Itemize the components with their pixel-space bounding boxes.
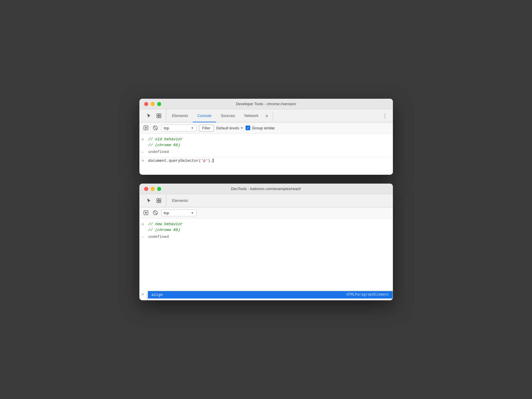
context-arrow-icon-2: ▼	[191, 211, 194, 215]
autocomplete-item-align[interactable]: align HTMLParagraphElement	[148, 291, 393, 299]
inspect-icon[interactable]	[155, 112, 163, 120]
group-similar-checkbox[interactable]: ✓	[246, 126, 250, 130]
console-prompt-2: >	[142, 292, 146, 297]
close-button-1[interactable]	[144, 102, 148, 106]
tab-console-1[interactable]: Console	[193, 109, 216, 122]
svg-rect-8	[157, 199, 159, 200]
minimize-button-2[interactable]	[151, 187, 155, 191]
console-input-text-1[interactable]: document.querySelector('p').	[148, 159, 213, 163]
svg-marker-13	[145, 212, 147, 214]
autocomplete-area	[193, 194, 391, 207]
execute-icon-2[interactable]	[142, 209, 149, 216]
tab-elements-2[interactable]: Elements	[167, 194, 193, 207]
devtools-window-1: Developer Tools - chrome://version/ Elem…	[139, 99, 393, 175]
tab-bar-1: Elements Console Sources Network » ⋮	[139, 109, 393, 123]
devtools-menu-1[interactable]: ⋮	[379, 109, 391, 122]
group-similar-1[interactable]: ✓ Group similar	[246, 126, 275, 130]
close-button-2[interactable]	[144, 187, 148, 191]
window-controls-1	[144, 102, 161, 106]
console-entry-2: > // new behavior// (chrome 68)	[139, 221, 393, 233]
context-selector-1[interactable]: top ▼	[161, 125, 197, 131]
return-arrow-1: ←	[142, 149, 146, 155]
tab-sources-1[interactable]: Sources	[216, 109, 240, 122]
tab-icons-1	[142, 109, 166, 122]
execute-icon[interactable]	[142, 124, 149, 131]
autocomplete-dropdown: align HTMLParagraphElement constructor a…	[148, 291, 393, 300]
devtools-window-2: DevTools - todomvc.com/examples/react/ E…	[139, 184, 393, 300]
console-undefined-2: undefined	[148, 234, 169, 240]
console-code-2: // new behavior// (chrome 68)	[148, 221, 183, 233]
autocomplete-item-constructor[interactable]: constructor	[148, 299, 393, 300]
clear-icon-2[interactable]	[152, 209, 159, 216]
maximize-button-1[interactable]	[157, 102, 161, 106]
tab-icons-2	[142, 194, 166, 207]
svg-marker-5	[145, 127, 147, 129]
title-bar-1: Developer Tools - chrome://version/	[139, 99, 393, 109]
console-entry-1: > // old behavior// (chrome 66)	[139, 136, 393, 149]
console-undefined-1: undefined	[148, 149, 169, 155]
svg-rect-2	[157, 116, 159, 118]
svg-rect-1	[159, 114, 161, 116]
window-title-2: DevTools - todomvc.com/examples/react/	[231, 187, 301, 191]
console-code-1: // old behavior// (chrome 66)	[148, 136, 183, 148]
levels-arrow-icon: ▼	[240, 126, 243, 130]
return-arrow-2: ←	[142, 234, 146, 240]
default-levels-1[interactable]: Default levels ▼	[216, 126, 243, 130]
inspect-icon-2[interactable]	[155, 197, 163, 205]
title-bar-2: DevTools - todomvc.com/examples/react/	[139, 184, 393, 194]
svg-line-15	[154, 211, 157, 215]
svg-rect-3	[159, 116, 161, 118]
more-tabs-icon-1[interactable]: »	[263, 109, 271, 122]
console-return-2: ← undefined	[139, 233, 393, 241]
tab-network-1[interactable]: Network	[240, 109, 263, 122]
window-controls-2	[144, 187, 161, 191]
svg-rect-0	[157, 114, 159, 116]
console-prompt-1: >	[142, 159, 146, 163]
minimize-button-1[interactable]	[151, 102, 155, 106]
svg-rect-10	[157, 201, 159, 203]
context-arrow-icon: ▼	[191, 126, 194, 130]
filter-button-1[interactable]: Filter	[199, 125, 214, 131]
console-content-2: > // new behavior// (chrome 68) ← undefi…	[139, 218, 393, 300]
input-arrow-1: >	[142, 137, 146, 143]
svg-rect-9	[159, 199, 161, 200]
svg-rect-11	[159, 201, 161, 203]
svg-line-7	[154, 126, 157, 130]
console-input-line-1[interactable]: > document.querySelector('p').	[139, 157, 393, 164]
cursor-icon-2[interactable]	[145, 197, 153, 205]
console-content-1: > // old behavior// (chrome 66) ← undefi…	[139, 133, 393, 175]
console-toolbar-2: top ▼	[139, 207, 393, 218]
tab-elements-1[interactable]: Elements	[167, 109, 193, 122]
context-selector-2[interactable]: top ▼	[161, 210, 197, 216]
clear-icon[interactable]	[152, 124, 159, 131]
tab-separator-1	[273, 111, 273, 121]
tab-bar-2: Elements	[139, 194, 393, 207]
maximize-button-2[interactable]	[157, 187, 161, 191]
input-arrow-2: >	[142, 222, 146, 227]
window-title-1: Developer Tools - chrome://version/	[236, 102, 296, 106]
cursor-icon[interactable]	[145, 112, 153, 120]
console-toolbar-1: top ▼ Filter Default levels ▼ ✓ Group si…	[139, 123, 393, 133]
input-with-autocomplete: align HTMLParagraphElement constructor a…	[139, 291, 393, 298]
console-return-1: ← undefined	[139, 149, 393, 156]
